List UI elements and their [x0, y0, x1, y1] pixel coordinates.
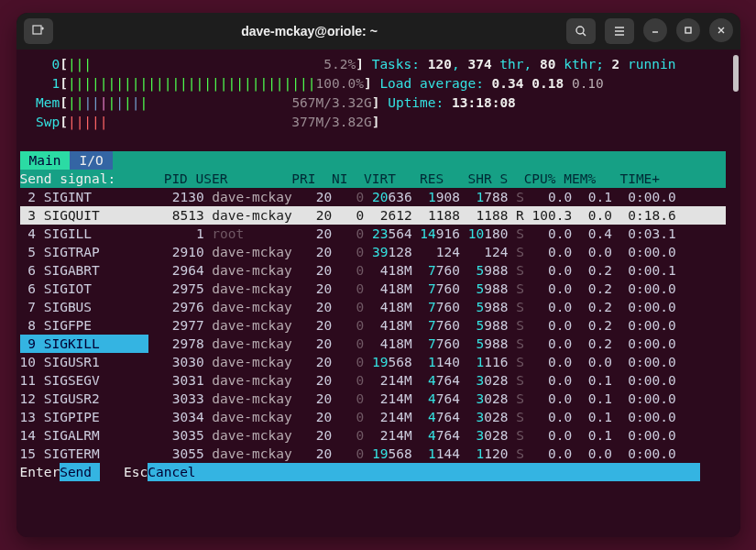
titlebar: dave-mckay@oriole: ~ — [16, 13, 740, 50]
maximize-icon — [683, 25, 694, 36]
svg-point-1 — [576, 27, 584, 34]
signal-item[interactable]: 5 SIGTRAP — [20, 243, 148, 261]
process-list: 2 SIGINT 2130 dave-mckay 20 0 20636 1908… — [20, 188, 726, 463]
process-row[interactable]: 10 SIGUSR1 3030 dave-mckay 20 0 19568 11… — [20, 353, 726, 371]
footer-bar: EnterSend EscCancel — [20, 463, 726, 481]
close-icon — [716, 25, 727, 36]
signal-item[interactable]: 6 SIGABRT — [20, 261, 148, 280]
signal-item[interactable]: 15 SIGTERM — [20, 445, 148, 463]
terminal-window: dave-mckay@oriole: ~ 0[||| — [16, 13, 740, 537]
scrollbar-thumb[interactable] — [733, 55, 739, 92]
signal-item[interactable]: 12 SIGUSR2 — [20, 390, 148, 408]
search-button[interactable] — [566, 18, 596, 44]
process-row[interactable]: 15 SIGTERM 3055 dave-mckay 20 0 19568 11… — [20, 445, 726, 463]
signal-item[interactable]: 13 SIGPIPE — [20, 408, 148, 426]
process-row[interactable]: 9 SIGKILL 2978 dave-mckay 20 0 418M 7760… — [20, 335, 726, 353]
process-row[interactable]: 6 SIGABRT 2964 dave-mckay 20 0 418M 7760… — [20, 261, 726, 280]
process-row[interactable]: 5 SIGTRAP 2910 dave-mckay 20 0 39128 124… — [20, 243, 726, 261]
process-row[interactable]: 2 SIGINT 2130 dave-mckay 20 0 20636 1908… — [20, 188, 726, 206]
process-row[interactable]: 11 SIGSEGV 3031 dave-mckay 20 0 214M 476… — [20, 371, 726, 390]
process-row[interactable]: 8 SIGFPE 2977 dave-mckay 20 0 418M 7760 … — [20, 316, 726, 335]
column-headers: Send signal: PID USER PRI NI VIRT RES SH… — [20, 170, 726, 188]
svg-rect-0 — [33, 26, 41, 34]
new-tab-icon — [32, 25, 45, 38]
enter-key-label: Enter — [20, 465, 60, 479]
process-row[interactable]: 6 SIGIOT 2975 dave-mckay 20 0 418M 7760 … — [20, 280, 726, 298]
tab-io[interactable]: I/O — [70, 151, 112, 170]
process-row[interactable]: 4 SIGILL 1 root 20 0 23564 14916 10180 S… — [20, 225, 726, 243]
swp-meter: Swp[||||| 377M/3.82G] — [20, 113, 726, 132]
tab-main[interactable]: Main — [20, 151, 71, 170]
window-title: dave-mckay@oriole: ~ — [60, 24, 559, 38]
process-row[interactable]: 12 SIGUSR2 3033 dave-mckay 20 0 214M 476… — [20, 390, 726, 408]
new-tab-button[interactable] — [24, 18, 53, 44]
minimize-icon — [650, 25, 661, 36]
process-row[interactable]: 14 SIGALRM 3035 dave-mckay 20 0 214M 476… — [20, 426, 726, 445]
cancel-action[interactable]: Cancel — [148, 463, 699, 481]
minimize-button[interactable] — [643, 18, 667, 42]
menu-button[interactable] — [605, 18, 634, 44]
esc-key-label: Esc — [124, 465, 148, 479]
process-row[interactable]: 7 SIGBUS 2976 dave-mckay 20 0 418M 7760 … — [20, 298, 726, 316]
blank-row — [20, 132, 726, 151]
svg-rect-2 — [685, 28, 691, 33]
mem-meter: Mem[|||||||||| 567M/3.32G] Uptime: 13:18… — [20, 94, 726, 113]
cpu0-meter: 0[||| 5.2%] Tasks: 120, 374 thr, 80 kthr… — [20, 55, 726, 74]
tab-bar: Main I/O — [20, 151, 726, 170]
signal-item[interactable]: 6 SIGIOT — [20, 280, 148, 298]
maximize-button[interactable] — [676, 18, 700, 42]
send-signal-label: Send signal: — [20, 171, 116, 186]
signal-item[interactable]: 7 SIGBUS — [20, 298, 148, 316]
process-row[interactable]: 13 SIGPIPE 3034 dave-mckay 20 0 214M 476… — [20, 408, 726, 426]
signal-item[interactable]: 8 SIGFPE — [20, 316, 148, 335]
signal-item[interactable]: 10 SIGUSR1 — [20, 353, 148, 371]
signal-item[interactable]: 11 SIGSEGV — [20, 371, 148, 390]
close-button[interactable] — [709, 18, 733, 42]
cpu1-meter: 1[|||||||||||||||||||||||||||||||100.0%]… — [20, 74, 726, 94]
signal-item-selected[interactable]: 9 SIGKILL — [20, 335, 148, 353]
terminal-body[interactable]: 0[||| 5.2%] Tasks: 120, 374 thr, 80 kthr… — [16, 50, 740, 537]
signal-item[interactable]: 14 SIGALRM — [20, 426, 148, 445]
signal-item[interactable]: 3 SIGQUIT — [20, 206, 148, 225]
signal-item[interactable]: 2 SIGINT — [20, 188, 148, 206]
process-row[interactable]: 3 SIGQUIT 8513 dave-mckay 20 0 2612 1188… — [20, 206, 726, 225]
signal-item[interactable]: 4 SIGILL — [20, 225, 148, 243]
search-icon — [575, 25, 587, 38]
send-action[interactable]: Send — [60, 463, 100, 481]
hamburger-icon — [613, 25, 626, 38]
